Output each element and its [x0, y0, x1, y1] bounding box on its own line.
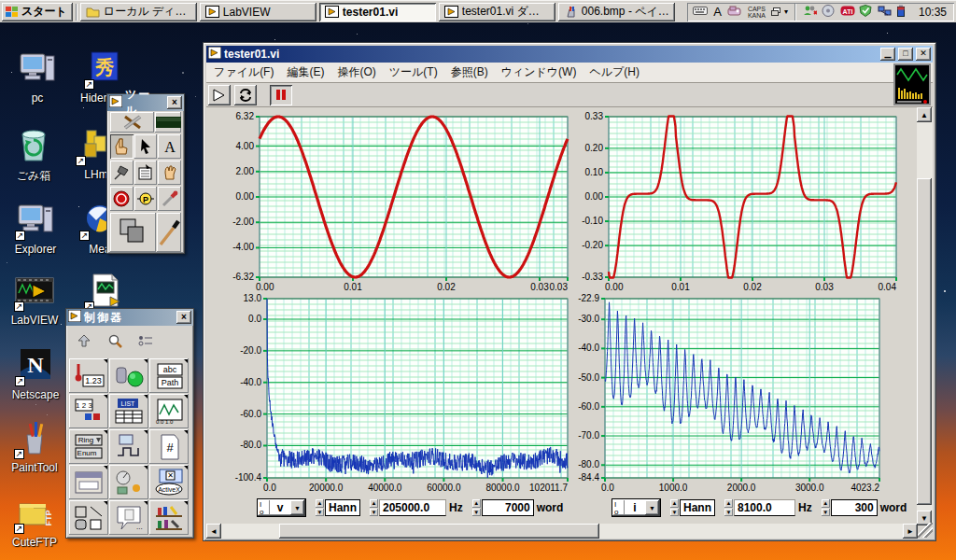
- resize-grip-icon[interactable]: [918, 523, 933, 538]
- spinner-arrows[interactable]: ▲▼: [724, 499, 733, 516]
- set-breakpoint-tool[interactable]: [110, 187, 134, 211]
- position-select-tool[interactable]: [134, 134, 158, 159]
- vertical-scroll-thumb[interactable]: [917, 178, 932, 505]
- menu-o[interactable]: 操作(O): [337, 64, 375, 80]
- sample-rate-control[interactable]: ▲▼ 8100.0 Hz: [724, 499, 812, 516]
- cd-player-icon[interactable]: [822, 5, 836, 19]
- options-button[interactable]: [131, 329, 160, 353]
- tools-palette-titlebar[interactable]: ツール ×: [107, 94, 184, 111]
- channel-selector[interactable]: Io v ▼: [257, 498, 306, 517]
- containers-palette-item[interactable]: [69, 465, 108, 499]
- classic-controls-palette-item[interactable]: [109, 465, 148, 499]
- window-function-control[interactable]: ▲▼ Hann: [670, 499, 715, 516]
- vertical-scrollbar[interactable]: ▲ ▼: [917, 107, 933, 525]
- menu-e[interactable]: 編集(E): [287, 64, 324, 80]
- get-color-tool[interactable]: [158, 187, 181, 211]
- word-count-control[interactable]: ▲▼ 7000 word: [472, 499, 564, 516]
- caps-kana-indicator[interactable]: CAPSKANA: [746, 6, 767, 19]
- scroll-right-icon[interactable]: ►: [903, 524, 918, 539]
- decorations-palette-item[interactable]: [69, 500, 108, 535]
- chevron-down-icon[interactable]: ▾: [784, 7, 788, 16]
- desktop-icon-labview[interactable]: ↗LabVIEW: [0, 273, 70, 327]
- run-continuously-button[interactable]: [234, 85, 257, 105]
- connect-wire-tool[interactable]: [110, 161, 134, 185]
- refnum-palette-item[interactable]: #: [149, 429, 189, 464]
- automatic-tool-selection-tool[interactable]: [110, 112, 154, 133]
- spinner-arrows[interactable]: ▲▼: [670, 499, 679, 516]
- taskbar-button-tester01.vi...[interactable]: tester01.vi ダイアグ...: [439, 3, 555, 21]
- taskbar-button-c[interactable]: ローカル ディスク (C:): [80, 3, 197, 21]
- close-icon[interactable]: ×: [167, 96, 182, 109]
- paint-color-tool[interactable]: [157, 213, 181, 252]
- menu-t[interactable]: ツール(T): [389, 64, 438, 80]
- window-layout-icon[interactable]: [771, 6, 780, 19]
- boolean-palette-item[interactable]: [109, 358, 148, 393]
- spinner-arrows[interactable]: ▲▼: [316, 499, 324, 516]
- vi-titlebar[interactable]: tester01.vi ▁ □ ✕: [206, 46, 933, 63]
- scroll-up-icon[interactable]: ▲: [917, 107, 932, 122]
- desktop-icon-[interactable]: ごみ箱: [0, 127, 69, 184]
- chevron-down-icon[interactable]: ▼: [645, 500, 659, 515]
- activex-palette-item[interactable]: ✕ActiveX: [149, 465, 189, 499]
- keyboard-icon[interactable]: [693, 5, 708, 19]
- up-level-button[interactable]: [69, 329, 98, 353]
- virus-shield-icon[interactable]: [859, 5, 874, 19]
- taskbar-button-006.bmp[interactable]: 006.bmp - ペイント: [558, 3, 675, 21]
- array-matrix-cluster-palette-item[interactable]: 1 2 3: [69, 394, 108, 428]
- taskbar-button-tester01.vi[interactable]: tester01.vi: [319, 3, 436, 21]
- spinner-arrows[interactable]: ▲▼: [822, 499, 830, 516]
- y-tick-label: 0.0: [248, 314, 261, 324]
- menu-w[interactable]: ウィンドウ(W): [501, 64, 577, 80]
- chevron-down-icon[interactable]: ▼: [290, 500, 304, 515]
- sample-rate-value: 205000.0: [379, 499, 446, 516]
- set-color-tool[interactable]: [110, 213, 156, 252]
- io-palette-item[interactable]: [109, 429, 148, 464]
- sample-rate-control[interactable]: ▲▼ 205000.0 Hz: [370, 499, 463, 516]
- run-button[interactable]: [208, 85, 231, 105]
- dialog-palette-item[interactable]: ...: [109, 500, 148, 535]
- word-count-control[interactable]: ▲▼ 300 word: [822, 499, 907, 516]
- menu-b[interactable]: 参照(B): [451, 64, 488, 80]
- taskbar-button-labview[interactable]: LabVIEW: [200, 3, 316, 21]
- operate-value-tool[interactable]: [110, 134, 134, 159]
- desktop-icon-explorer[interactable]: ↗Explorer: [0, 202, 71, 256]
- minimize-icon[interactable]: ▁: [880, 48, 895, 61]
- pause-button[interactable]: [270, 85, 292, 105]
- object-shortcut-menu-tool[interactable]: [134, 161, 158, 185]
- controls-palette-titlebar[interactable]: 制御器 ×: [66, 309, 193, 326]
- horizontal-scroll-thumb[interactable]: [279, 524, 599, 539]
- tool-status-led-tool[interactable]: [155, 112, 181, 133]
- network-icon[interactable]: [878, 5, 893, 19]
- menu-h[interactable]: ヘルプ(H): [589, 64, 640, 80]
- string-path-palette-item[interactable]: abcPath: [149, 358, 189, 393]
- probe-data-tool[interactable]: P: [134, 187, 158, 211]
- select-control-palette-item[interactable]: [149, 500, 189, 535]
- graph-palette-item[interactable]: 0.0 1.0: [149, 394, 189, 428]
- scroll-left-icon[interactable]: ◄: [206, 524, 221, 539]
- window-function-control[interactable]: ▲▼ Hann: [316, 499, 360, 516]
- spinner-arrows[interactable]: ▲▼: [472, 499, 481, 516]
- ring-enum-palette-item[interactable]: RingEnum: [69, 429, 108, 464]
- offline-users-icon[interactable]: [803, 5, 818, 19]
- ati-icon[interactable]: ATI: [840, 5, 855, 19]
- desktop-icon-netscape[interactable]: N↗Netscape: [0, 347, 71, 401]
- ime-pad-icon[interactable]: [727, 5, 742, 19]
- horizontal-scrollbar[interactable]: ◄ ►: [206, 524, 918, 539]
- channel-selector[interactable]: Io i ▼: [612, 498, 661, 517]
- maximize-icon[interactable]: □: [898, 48, 913, 61]
- search-button[interactable]: [100, 329, 129, 353]
- desktop-icon-painttool[interactable]: ↗PaintTool: [0, 420, 70, 474]
- desktop-icon-cuteftp[interactable]: FTP↗CuteFTP: [0, 495, 70, 549]
- battery-icon[interactable]: [896, 5, 911, 19]
- scroll-window-tool[interactable]: [158, 161, 181, 185]
- list-table-palette-item[interactable]: LIST: [109, 394, 148, 428]
- desktop-icon-pc[interactable]: pc: [2, 50, 73, 105]
- close-icon[interactable]: ✕: [916, 48, 931, 61]
- numeric-palette-item[interactable]: 1.23: [69, 358, 108, 393]
- menu-f[interactable]: ファイル(F): [214, 64, 274, 80]
- edit-text-tool[interactable]: A: [158, 134, 181, 159]
- ime-mode-indicator[interactable]: A: [711, 5, 724, 19]
- start-button[interactable]: スタート: [2, 3, 73, 21]
- spinner-arrows[interactable]: ▲▼: [370, 499, 378, 516]
- close-icon[interactable]: ×: [176, 311, 191, 324]
